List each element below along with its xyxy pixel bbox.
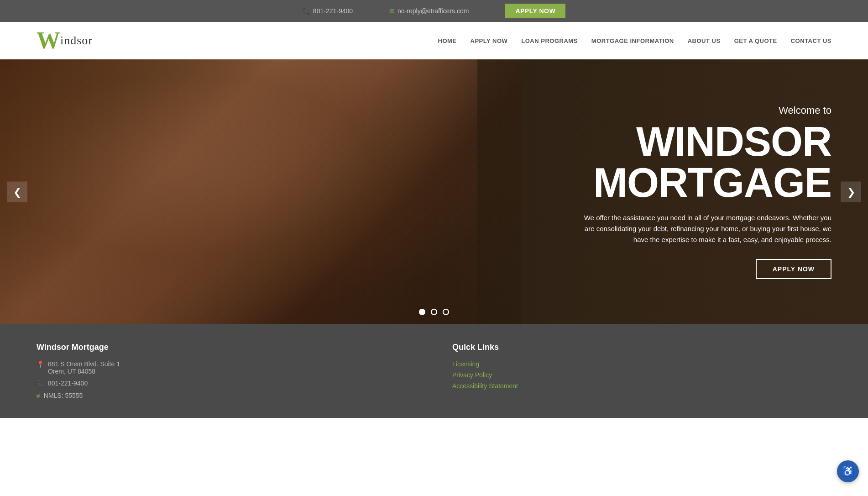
hero-title-line1: WINDSOR [576,121,831,162]
nav-get-a-quote[interactable]: GET A QUOTE [734,37,777,44]
footer-phone: 📞 801-221-9400 [37,380,416,387]
top-bar: 📞 801-221-9400 ✉ no-reply@etrafficers.co… [0,0,868,22]
footer-address-line1: 881 S Orem Blvd. Suite 1 [48,360,120,368]
address-icon: 📍 [37,361,44,368]
footer-phone-icon: 📞 [37,380,44,387]
logo-text: indsor [60,34,93,47]
footer-company-col: Windsor Mortgage 📍 881 S Orem Blvd. Suit… [37,343,416,404]
nav-apply-now[interactable]: APPLY NOW [471,37,508,44]
footer-phone-number: 801-221-9400 [48,380,88,387]
carousel-prev-button[interactable]: ❮ [7,182,27,202]
nav-loan-programs[interactable]: LOAN PROGRAMS [521,37,578,44]
email-info: ✉ no-reply@etrafficers.com [389,7,469,15]
footer-link-accessibility[interactable]: Accessibility Statement [452,382,831,390]
hero-section: ❮ Welcome to WINDSOR MORTGAGE We offer t… [0,59,868,324]
phone-icon: 📞 [303,7,310,15]
hero-title-line2: MORTGAGE [576,162,831,203]
hero-subtitle: We offer the assistance you need in all … [576,212,831,245]
hero-content: Welcome to WINDSOR MORTGAGE We offer the… [576,105,831,279]
carousel-dot-3[interactable] [443,309,449,315]
nmls-icon: # [37,392,40,400]
carousel-dot-2[interactable] [431,309,437,315]
footer-link-privacy[interactable]: Privacy Policy [452,371,831,379]
nav-mortgage-information[interactable]: MORTGAGE INFORMATION [591,37,674,44]
footer-quicklinks-col: Quick Links Licensing Privacy Policy Acc… [452,343,831,404]
footer-nmls-text: NMLS: 55555 [44,392,83,399]
logo-letter: W [37,29,60,53]
main-nav: HOME APPLY NOW LOAN PROGRAMS MORTGAGE IN… [438,37,831,44]
nav-home[interactable]: HOME [438,37,457,44]
footer-nmls: # NMLS: 55555 [37,392,416,400]
footer-address: 📍 881 S Orem Blvd. Suite 1 Orem, UT 8405… [37,360,416,375]
footer-address-line2: Orem, UT 84058 [48,368,120,375]
email-address: no-reply@etrafficers.com [397,7,469,15]
carousel-dot-1[interactable] [419,309,425,315]
email-icon: ✉ [389,7,395,15]
hero-welcome-text: Welcome to [576,105,831,116]
phone-info: 📞 801-221-9400 [303,7,353,15]
carousel-dots [419,309,449,315]
logo[interactable]: W indsor [37,29,93,53]
carousel-next-button[interactable]: ❯ [841,182,861,202]
nav-about-us[interactable]: ABOUT US [688,37,721,44]
hero-title: WINDSOR MORTGAGE [576,121,831,203]
nav-contact-us[interactable]: CONTACT US [791,37,831,44]
footer-link-licensing[interactable]: Licensing [452,360,831,368]
hero-apply-button[interactable]: APPLY NOW [756,259,831,279]
apply-now-top-button[interactable]: APPLY NOW [505,4,565,18]
header: W indsor HOME APPLY NOW LOAN PROGRAMS MO… [0,22,868,59]
footer-company-title: Windsor Mortgage [37,343,416,352]
footer: Windsor Mortgage 📍 881 S Orem Blvd. Suit… [0,324,868,418]
footer-quicklinks-title: Quick Links [452,343,831,352]
phone-number: 801-221-9400 [313,7,353,15]
